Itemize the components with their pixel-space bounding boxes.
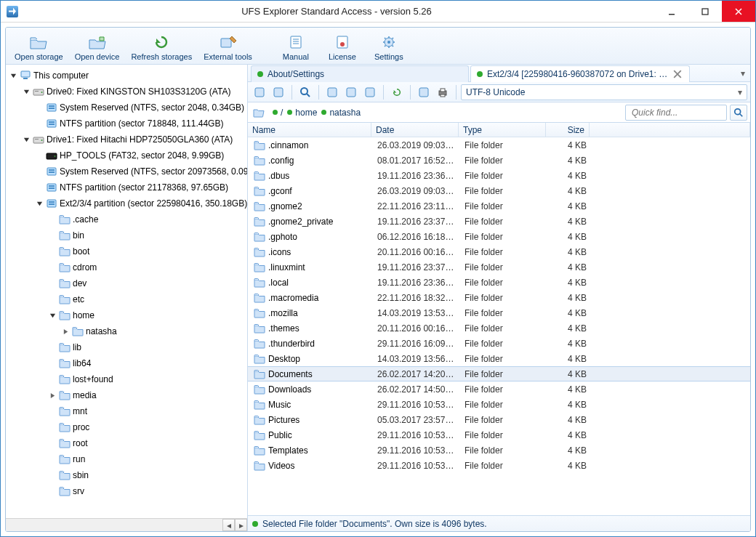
tree-node-folder[interactable]: cdrom: [48, 259, 247, 275]
file-row[interactable]: .gnome2 22.11.2016 23:11:29 File folder …: [248, 198, 750, 214]
tree-node-folder[interactable]: srv: [48, 483, 247, 499]
tree-node-folder[interactable]: mnt: [48, 403, 247, 419]
minimize-button[interactable]: [655, 1, 688, 22]
file-row[interactable]: .macromedia 22.11.2016 18:32:19 File fol…: [248, 290, 750, 305]
path-root-button[interactable]: [251, 105, 267, 121]
refresh-storages-button[interactable]: Refresh storages: [126, 31, 196, 62]
quick-find-search-button[interactable]: [730, 105, 747, 121]
tree-node-partition[interactable]: HP_TOOLS (FAT32, sector 2048, 9.99GB): [35, 148, 247, 163]
column-header-type[interactable]: Type: [459, 123, 546, 137]
file-row[interactable]: .gconf 26.03.2019 09:03:55 File folder 4…: [248, 183, 750, 198]
external-tools-button[interactable]: External tools: [199, 31, 257, 62]
file-row[interactable]: .gphoto 06.12.2016 16:18:35 File folder …: [248, 229, 750, 244]
file-row[interactable]: Downloads 26.02.2017 14:50:57 File folde…: [248, 381, 750, 397]
tab-partition[interactable]: Ext2/3/4 [225980416-960387072 on Drive1:…: [470, 65, 690, 82]
expand-icon[interactable]: [48, 311, 57, 320]
maximize-button[interactable]: [688, 1, 722, 22]
file-row[interactable]: Public 29.11.2016 10:53:57 File folder 4…: [248, 427, 750, 443]
action-button-1[interactable]: [251, 84, 268, 100]
breadcrumb-natasha[interactable]: natasha: [321, 108, 361, 118]
scroll-right-button[interactable]: ▸: [235, 519, 247, 531]
tree-node-folder[interactable]: dev: [48, 275, 247, 291]
tree-node-folder[interactable]: run: [48, 451, 247, 467]
tree-horizontal-scrollbar[interactable]: ◂ ▸: [6, 518, 247, 531]
tree-node-folder[interactable]: sbin: [48, 467, 247, 483]
tab-close-button[interactable]: [673, 70, 682, 78]
file-row[interactable]: .thunderbird 29.11.2016 16:09:33 File fo…: [248, 336, 750, 351]
tree-node-folder[interactable]: bin: [48, 227, 247, 243]
file-row[interactable]: .icons 20.11.2016 00:16:12 File folder 4…: [248, 244, 750, 259]
file-name: .local: [268, 278, 289, 288]
settings-button[interactable]: Settings: [367, 31, 411, 62]
scroll-left-button[interactable]: ◂: [222, 519, 235, 531]
expand-icon[interactable]: [48, 391, 57, 400]
tree-node-partition[interactable]: NTFS partition (sector 21178368, 97.65GB…: [35, 179, 247, 195]
file-row[interactable]: Desktop 14.03.2019 13:56:00 File folder …: [248, 351, 750, 366]
view-button-2[interactable]: [342, 84, 360, 100]
file-row[interactable]: Pictures 05.03.2017 23:57:38 File folder…: [248, 412, 750, 427]
file-row[interactable]: .config 08.01.2017 16:52:28 File folder …: [248, 153, 750, 168]
file-row[interactable]: .gnome2_private 19.11.2016 23:37:36 File…: [248, 214, 750, 229]
tree-node-folder[interactable]: home: [48, 307, 247, 323]
close-button[interactable]: [722, 1, 755, 22]
file-row[interactable]: Music 29.11.2016 10:53:57 File folder 4 …: [248, 397, 750, 412]
expand-icon[interactable]: [9, 71, 17, 80]
expand-icon[interactable]: [22, 135, 31, 144]
folder-icon: [254, 384, 265, 395]
manual-button[interactable]: Manual: [274, 31, 318, 62]
find-button[interactable]: [297, 84, 314, 100]
encoding-select[interactable]: UTF-8 Unicode ▾: [461, 84, 747, 100]
column-header-size[interactable]: Size: [546, 123, 590, 137]
file-row[interactable]: Videos 29.11.2016 10:53:57 File folder 4…: [248, 458, 750, 473]
file-row[interactable]: .dbus 19.11.2016 23:36:45 File folder 4 …: [248, 168, 750, 183]
tree-node-folder[interactable]: etc: [48, 291, 247, 307]
file-row[interactable]: .cinnamon 26.03.2019 09:03:59 File folde…: [248, 137, 750, 153]
column-header-name[interactable]: Name: [248, 123, 371, 137]
tree-node-folder[interactable]: lib: [48, 339, 247, 355]
refresh-view-button[interactable]: [388, 84, 406, 100]
file-row[interactable]: Documents 26.02.2017 14:20:11 File folde…: [248, 366, 750, 381]
tree-node-drive1[interactable]: Drive1: Fixed Hitachi HDP725050GLA360 (A…: [22, 132, 247, 148]
tree-node-folder[interactable]: lib64: [48, 355, 247, 371]
file-row[interactable]: .local 19.11.2016 23:36:47 File folder 4…: [248, 275, 750, 290]
partition-icon: [46, 102, 57, 113]
breadcrumb-root[interactable]: /: [273, 108, 283, 118]
file-date-cell: 29.11.2016 16:09:33: [373, 339, 460, 349]
tree-node-this-computer[interactable]: This computer: [9, 68, 247, 84]
tab-about-settings[interactable]: About/Settings: [251, 65, 469, 82]
expand-icon[interactable]: [35, 199, 44, 208]
tree-node-partition[interactable]: System Reserved (NTFS, sector 20973568, …: [35, 163, 247, 179]
tree-node-folder[interactable]: boot: [48, 243, 247, 259]
column-header-date[interactable]: Date: [371, 123, 459, 137]
tree-node-partition-ext[interactable]: Ext2/3/4 partition (sector 225980416, 35…: [35, 195, 247, 211]
print-button[interactable]: [434, 84, 451, 100]
breadcrumb-home[interactable]: home: [287, 108, 317, 118]
tree-node-partition[interactable]: System Reserved (NTFS, sector 2048, 0.34…: [35, 100, 247, 116]
file-row[interactable]: .mozilla 14.03.2019 13:53:41 File folder…: [248, 305, 750, 320]
expand-icon[interactable]: [61, 327, 70, 336]
tree-node-folder[interactable]: media: [48, 387, 247, 403]
tree-node-folder[interactable]: .cache: [48, 211, 247, 227]
open-storage-button[interactable]: Open storage: [10, 31, 68, 62]
partition-icon: [46, 182, 57, 193]
file-row[interactable]: .linuxmint 19.11.2016 23:37:25 File fold…: [248, 259, 750, 275]
tab-overflow-button[interactable]: ▾: [736, 65, 750, 81]
view-button-1[interactable]: [323, 84, 341, 100]
tree-node-folder[interactable]: proc: [48, 419, 247, 435]
tree-node-partition[interactable]: NTFS partition (sector 718848, 111.44GB): [35, 116, 247, 132]
file-row[interactable]: Templates 29.11.2016 10:53:57 File folde…: [248, 443, 750, 458]
license-button[interactable]: License: [321, 31, 364, 62]
tree-node-folder[interactable]: lost+found: [48, 371, 247, 387]
file-size-cell: 4 KB: [547, 156, 591, 166]
action-button-2[interactable]: [270, 84, 287, 100]
save-button[interactable]: [415, 84, 433, 100]
tree-node-folder[interactable]: natasha: [61, 323, 247, 339]
file-list-body[interactable]: .cinnamon 26.03.2019 09:03:59 File folde…: [248, 137, 750, 515]
tree-node-drive0[interactable]: Drive0: Fixed KINGSTON SH103S3120G (ATA): [22, 84, 247, 100]
storage-tree[interactable]: This computer Drive0: Fixed KINGSTON SH1…: [6, 65, 247, 518]
view-button-3[interactable]: [361, 84, 379, 100]
file-row[interactable]: .themes 20.11.2016 00:16:12 File folder …: [248, 320, 750, 336]
open-device-button[interactable]: Open device: [71, 31, 124, 62]
expand-icon[interactable]: [22, 87, 31, 96]
tree-node-folder[interactable]: root: [48, 435, 247, 451]
